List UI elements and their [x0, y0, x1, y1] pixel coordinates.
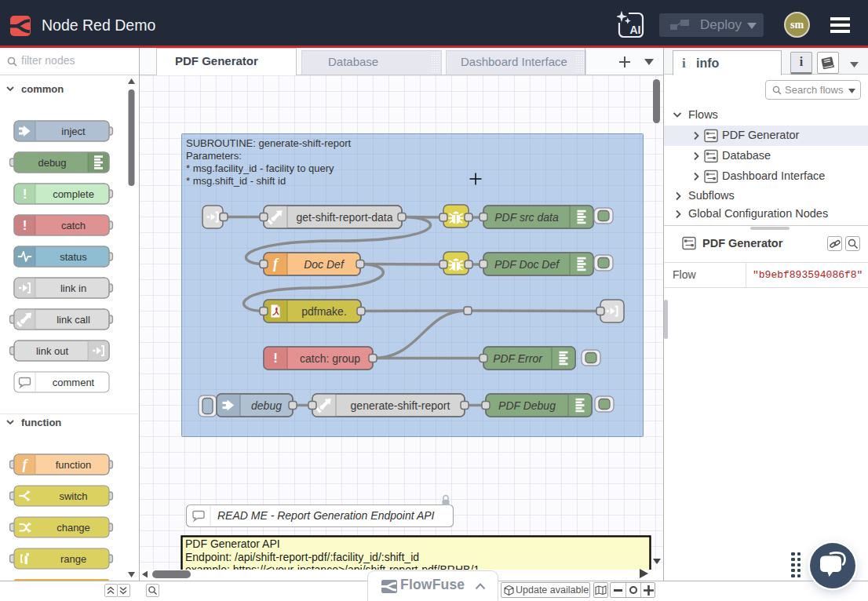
svg-text:complete: complete — [53, 188, 94, 200]
svg-text:!: ! — [273, 351, 278, 366]
svg-text:PDF Generator API: PDF Generator API — [185, 537, 280, 550]
svg-text:link out: link out — [36, 345, 69, 357]
svg-text:get-shift-report-data: get-shift-report-data — [297, 211, 393, 224]
svg-text:Endpoint: /api/shift-report-pd: Endpoint: /api/shift-report-pdf/:facilit… — [185, 551, 419, 563]
svg-text:change: change — [57, 522, 90, 534]
svg-text:PDF Doc Def: PDF Doc Def — [494, 258, 560, 271]
svg-text:SUBROUTINE: generate-shift-rep: SUBROUTINE: generate-shift-report — [186, 137, 352, 149]
svg-text:PDF src data: PDF src data — [494, 211, 559, 224]
svg-text:debug: debug — [38, 157, 66, 169]
svg-text:catch: group: catch: group — [300, 352, 360, 365]
svg-text:* msg.shift_id - shift id: * msg.shift_id - shift id — [186, 175, 286, 187]
svg-text:link in: link in — [60, 282, 86, 294]
svg-text:PDF Error: PDF Error — [493, 352, 543, 365]
svg-text:link call: link call — [57, 314, 90, 326]
svg-text:!: ! — [23, 187, 27, 202]
svg-text:debug: debug — [251, 399, 282, 412]
svg-text:!: ! — [23, 218, 27, 233]
svg-text:PDF Debug: PDF Debug — [498, 399, 556, 412]
svg-text:common: common — [21, 83, 64, 95]
svg-text:comment: comment — [53, 377, 95, 388]
svg-text:function: function — [56, 459, 92, 471]
svg-text:READ ME - Report Generation En: READ ME - Report Generation Endpoint API — [217, 509, 435, 522]
svg-text:* msg.facility_id - facility t: * msg.facility_id - facility to query — [186, 162, 334, 174]
svg-text:AI: AI — [630, 24, 641, 36]
svg-text:generate-shift-report: generate-shift-report — [351, 399, 450, 412]
svg-text:function: function — [21, 417, 61, 428]
svg-text:status: status — [60, 251, 87, 263]
svg-text:switch: switch — [59, 490, 87, 502]
svg-text:catch: catch — [61, 220, 86, 231]
svg-text:Doc Def: Doc Def — [304, 258, 345, 271]
svg-text:pdfmake.: pdfmake. — [301, 305, 347, 318]
svg-text:inject: inject — [61, 126, 86, 137]
svg-text:Parameters:: Parameters: — [186, 150, 242, 162]
svg-text:range: range — [60, 553, 86, 565]
